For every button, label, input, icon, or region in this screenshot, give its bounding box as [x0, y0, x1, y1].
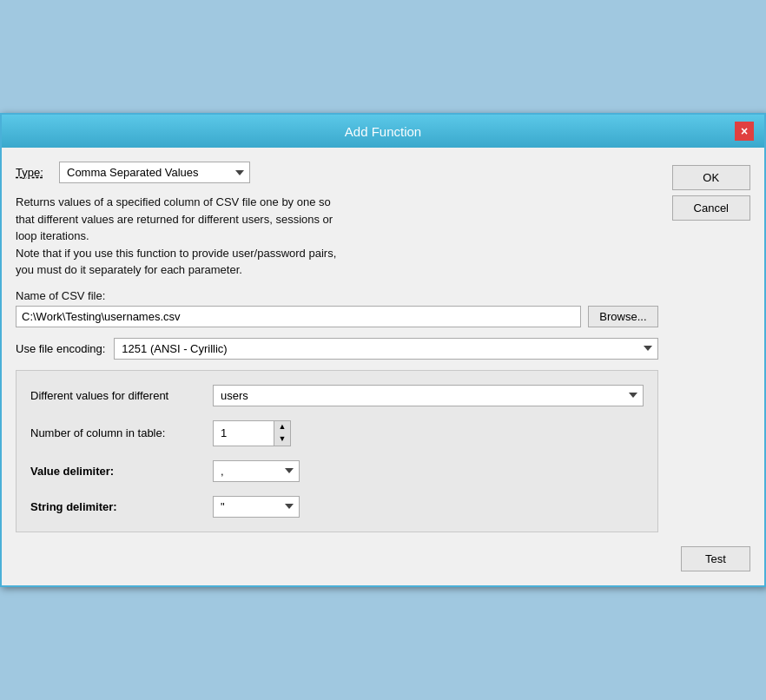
type-row: Type: Comma Separated ValuesRandomSequen…: [16, 162, 658, 183]
string-delimiter-label: String delimiter:: [30, 500, 204, 513]
type-label: Type:: [16, 166, 50, 179]
bottom-row: Test: [2, 546, 764, 585]
csv-file-section: Name of CSV file: Browse...: [16, 289, 658, 327]
description-text: Returns values of a specified column of …: [16, 194, 658, 279]
column-number-spinner: ▲ ▼: [213, 420, 291, 446]
value-delimiter-row: Value delimiter: ,;|\t: [30, 460, 644, 482]
description-line4: Note that if you use this function to pr…: [16, 247, 336, 260]
encoding-label: Use file encoding:: [16, 342, 105, 355]
encoding-select[interactable]: 1251 (ANSI - Cyrillic)UTF-8UTF-16ASCII: [114, 338, 657, 360]
column-number-row: Number of column in table: ▲ ▼: [30, 420, 644, 446]
description-line3: loop iterations.: [16, 229, 89, 242]
diff-values-row: Different values for different userssess…: [30, 385, 644, 406]
dialog-title: Add Function: [31, 124, 735, 139]
encoding-row: Use file encoding: 1251 (ANSI - Cyrillic…: [16, 338, 658, 360]
column-number-input[interactable]: [213, 420, 274, 446]
value-delimiter-label: Value delimiter:: [30, 465, 204, 478]
spinner-buttons: ▲ ▼: [274, 420, 291, 446]
title-bar: Add Function ×: [2, 115, 764, 148]
description-line1: Returns values of a specified column of …: [16, 195, 331, 208]
type-select[interactable]: Comma Separated ValuesRandomSequential: [59, 162, 250, 183]
ok-button[interactable]: OK: [672, 165, 750, 190]
csv-file-input[interactable]: [16, 306, 581, 327]
string-delimiter-row: String delimiter: "'none: [30, 496, 644, 518]
spinner-down-button[interactable]: ▼: [274, 433, 290, 446]
value-delimiter-select[interactable]: ,;|\t: [213, 460, 300, 482]
csv-file-label: Name of CSV file:: [16, 289, 658, 302]
close-button[interactable]: ×: [735, 122, 754, 141]
add-function-dialog: Add Function × Type: Comma Separated Val…: [0, 113, 766, 587]
file-row: Browse...: [16, 306, 658, 327]
spinner-up-button[interactable]: ▲: [274, 421, 290, 433]
dialog-body: Type: Comma Separated ValuesRandomSequen…: [2, 148, 764, 546]
side-buttons: OK Cancel: [672, 162, 750, 532]
diff-values-label: Different values for different: [30, 389, 204, 402]
cancel-button[interactable]: Cancel: [672, 195, 750, 221]
test-button[interactable]: Test: [681, 546, 750, 571]
column-number-label: Number of column in table:: [30, 426, 204, 439]
string-delimiter-select[interactable]: "'none: [213, 496, 300, 518]
inner-panel: Different values for different userssess…: [16, 370, 658, 532]
diff-values-select[interactable]: userssessionsloops: [213, 385, 644, 406]
main-content: Type: Comma Separated ValuesRandomSequen…: [16, 162, 658, 532]
description-line2: that different values are returned for d…: [16, 213, 333, 226]
browse-button[interactable]: Browse...: [588, 306, 657, 327]
description-line5: you must do it separately for each param…: [16, 263, 242, 276]
